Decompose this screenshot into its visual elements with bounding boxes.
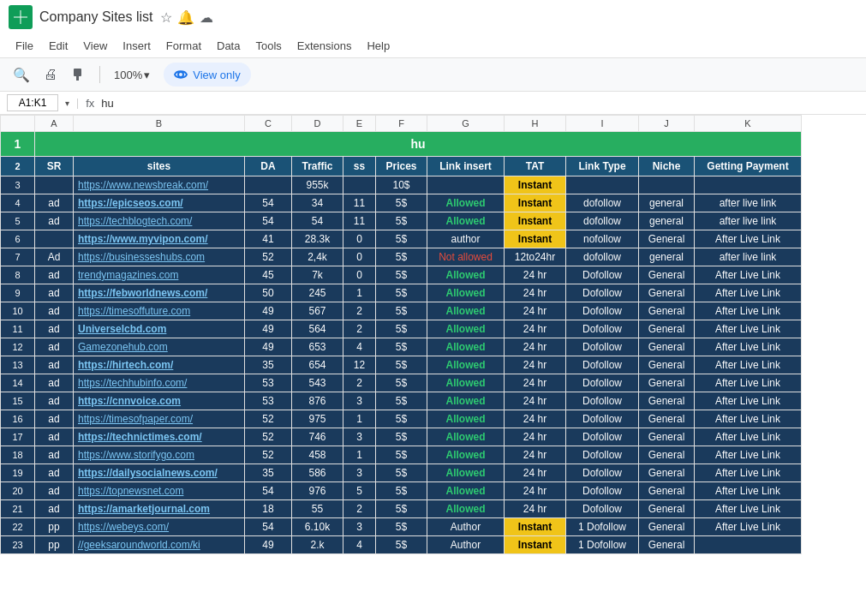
niche-cell[interactable]: General — [639, 410, 695, 428]
traffic-cell[interactable]: 955k — [292, 176, 343, 194]
menu-help[interactable]: Help — [360, 36, 397, 56]
niche-cell[interactable]: General — [639, 428, 695, 446]
col-A[interactable]: A — [35, 116, 74, 132]
link-type-cell[interactable]: Dofollow — [566, 446, 639, 464]
niche-cell[interactable]: General — [639, 446, 695, 464]
niche-cell[interactable]: General — [639, 500, 695, 518]
menu-view[interactable]: View — [76, 36, 114, 56]
site-cell[interactable]: https://technictimes.com/ — [74, 428, 245, 446]
traffic-cell[interactable]: 6.10k — [292, 518, 343, 536]
payment-cell[interactable]: After Live Link — [695, 428, 802, 446]
niche-cell[interactable]: General — [639, 374, 695, 392]
sr-cell[interactable]: ad — [35, 338, 74, 356]
sr-cell[interactable] — [35, 176, 74, 194]
site-cell[interactable]: https://timesoffuture.com — [74, 302, 245, 320]
payment-cell[interactable]: After Live Link — [695, 338, 802, 356]
row-header-21[interactable]: 21 — [1, 500, 35, 518]
prices-cell[interactable]: 5$ — [376, 392, 427, 410]
link-insert-cell[interactable]: Allowed — [427, 482, 505, 500]
row-header-1[interactable]: 1 — [1, 132, 35, 157]
traffic-cell[interactable]: 28.3k — [292, 230, 343, 248]
niche-cell[interactable]: General — [639, 302, 695, 320]
link-insert-cell[interactable]: Author — [427, 518, 505, 536]
row-header-13[interactable]: 13 — [1, 356, 35, 374]
sr-cell[interactable]: ad — [35, 446, 74, 464]
sr-cell[interactable]: pp — [35, 536, 74, 554]
sr-cell[interactable]: ad — [35, 410, 74, 428]
da-cell[interactable]: 54 — [245, 518, 292, 536]
prices-cell[interactable]: 5$ — [376, 212, 427, 230]
tat-cell[interactable]: 24 hr — [505, 446, 566, 464]
payment-cell[interactable]: after live link — [695, 248, 802, 266]
niche-cell[interactable]: General — [639, 230, 695, 248]
ss-cell[interactable] — [343, 176, 376, 194]
da-cell[interactable]: 54 — [245, 212, 292, 230]
da-cell[interactable] — [245, 176, 292, 194]
da-cell[interactable]: 49 — [245, 320, 292, 338]
col-B[interactable]: B — [74, 116, 245, 132]
payment-cell[interactable]: After Live Link — [695, 356, 802, 374]
ss-cell[interactable]: 3 — [343, 464, 376, 482]
traffic-cell[interactable]: 976 — [292, 482, 343, 500]
traffic-cell[interactable]: 2.k — [292, 536, 343, 554]
header-cell-3[interactable]: Traffic — [292, 157, 343, 176]
menu-insert[interactable]: Insert — [116, 36, 158, 56]
ss-cell[interactable]: 4 — [343, 338, 376, 356]
da-cell[interactable]: 52 — [245, 410, 292, 428]
link-type-cell[interactable]: dofollow — [566, 212, 639, 230]
ss-cell[interactable]: 2 — [343, 302, 376, 320]
traffic-cell[interactable]: 2,4k — [292, 248, 343, 266]
header-cell-10[interactable]: Getting Payment — [695, 157, 802, 176]
tat-cell[interactable]: Instant — [505, 176, 566, 194]
row-header-19[interactable]: 19 — [1, 464, 35, 482]
link-type-cell[interactable]: Dofollow — [566, 392, 639, 410]
row-header-18[interactable]: 18 — [1, 446, 35, 464]
ss-cell[interactable]: 3 — [343, 392, 376, 410]
row-header-2[interactable]: 2 — [1, 157, 35, 176]
site-cell[interactable]: https://epicseos.com/ — [74, 194, 245, 212]
site-cell[interactable]: https://techhubinfo.com/ — [74, 374, 245, 392]
cloud-icon[interactable]: ☁ — [200, 9, 213, 26]
tat-cell[interactable]: 24 hr — [505, 428, 566, 446]
payment-cell[interactable]: After Live Link — [695, 302, 802, 320]
site-cell[interactable]: https://topnewsnet.com — [74, 482, 245, 500]
da-cell[interactable]: 52 — [245, 248, 292, 266]
link-type-cell[interactable] — [566, 176, 639, 194]
site-cell[interactable]: https://www.myvipon.com/ — [74, 230, 245, 248]
menu-extensions[interactable]: Extensions — [290, 36, 359, 56]
link-type-cell[interactable]: Dofollow — [566, 464, 639, 482]
ss-cell[interactable]: 3 — [343, 428, 376, 446]
tat-cell[interactable]: 24 hr — [505, 338, 566, 356]
ss-cell[interactable]: 1 — [343, 410, 376, 428]
tat-cell[interactable]: Instant — [505, 212, 566, 230]
prices-cell[interactable]: 5$ — [376, 266, 427, 284]
ss-cell[interactable]: 5 — [343, 482, 376, 500]
site-cell[interactable]: https://webeys.com/ — [74, 518, 245, 536]
payment-cell[interactable]: After Live Link — [695, 230, 802, 248]
link-type-cell[interactable]: dofollow — [566, 194, 639, 212]
tat-cell[interactable]: 12to24hr — [505, 248, 566, 266]
header-cell-0[interactable]: SR — [35, 157, 74, 176]
link-insert-cell[interactable]: Author — [427, 536, 505, 554]
traffic-cell[interactable]: 746 — [292, 428, 343, 446]
sr-cell[interactable]: ad — [35, 392, 74, 410]
row-header-23[interactable]: 23 — [1, 536, 35, 554]
traffic-cell[interactable]: 876 — [292, 392, 343, 410]
tat-cell[interactable]: 24 hr — [505, 266, 566, 284]
link-type-cell[interactable]: Dofollow — [566, 302, 639, 320]
zoom-button[interactable]: 100% ▾ — [107, 65, 157, 85]
menu-edit[interactable]: Edit — [42, 36, 75, 56]
site-cell[interactable]: Gamezonehub.com — [74, 338, 245, 356]
prices-cell[interactable]: 5$ — [376, 230, 427, 248]
prices-cell[interactable]: 5$ — [376, 536, 427, 554]
link-insert-cell[interactable]: Allowed — [427, 392, 505, 410]
sr-cell[interactable]: ad — [35, 212, 74, 230]
sr-cell[interactable]: ad — [35, 464, 74, 482]
link-insert-cell[interactable]: Allowed — [427, 266, 505, 284]
row-header-4[interactable]: 4 — [1, 194, 35, 212]
da-cell[interactable]: 50 — [245, 284, 292, 302]
ss-cell[interactable]: 3 — [343, 518, 376, 536]
payment-cell[interactable]: After Live Link — [695, 500, 802, 518]
prices-cell[interactable]: 5$ — [376, 500, 427, 518]
link-type-cell[interactable]: Dofollow — [566, 356, 639, 374]
